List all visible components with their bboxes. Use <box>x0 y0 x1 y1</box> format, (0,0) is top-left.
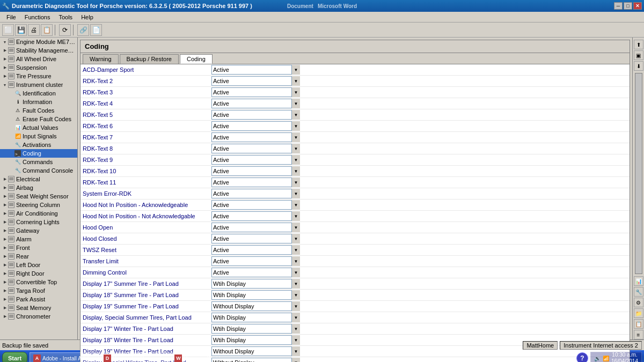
taskbar-task-1[interactable]: DDurametric Diagnost... <box>100 352 170 362</box>
menu-file[interactable]: File <box>2 13 20 21</box>
tab-1[interactable]: Backup / Restore <box>120 54 179 64</box>
coding-select-17[interactable]: ActiveInactiveNot Present <box>211 256 300 266</box>
coding-select-2[interactable]: ActiveInactiveNot Present <box>211 87 300 97</box>
sidebar-item-21[interactable]: ▶Cornering Lights <box>0 218 77 226</box>
window-controls[interactable]: ─ □ ✕ <box>614 2 642 10</box>
coding-select-12[interactable]: ActiveInactiveNot Present <box>211 200 300 210</box>
right-scrollbar[interactable] <box>635 73 642 274</box>
menu-functions[interactable]: Functions <box>20 13 55 21</box>
sidebar-item-23[interactable]: ▶Alarm <box>0 235 77 243</box>
start-button[interactable]: Start <box>2 352 27 362</box>
right-btn-1[interactable]: ⬆ <box>634 40 643 49</box>
toolbar-btn-1[interactable]: ⬜ <box>2 24 14 36</box>
toolbar-btn-2[interactable]: 💾 <box>15 24 27 36</box>
tab-2[interactable]: Coding <box>180 54 213 64</box>
coding-select-22[interactable]: Wtih DisplayWithout Display <box>211 313 300 322</box>
coding-select-9[interactable]: ActiveInactiveNot Present <box>211 166 300 176</box>
toolbar-btn-4[interactable]: 📋 <box>41 24 53 36</box>
help-button[interactable]: ? <box>576 352 588 362</box>
right-btn-7[interactable]: 📁 <box>634 308 643 318</box>
sidebar-item-11[interactable]: 📶Input Signals <box>0 132 77 141</box>
sidebar-item-7[interactable]: ℹInformation <box>0 98 77 106</box>
coding-row-label-12: Hood Not In Position - Acknowledgeable <box>83 202 211 208</box>
tab-0[interactable]: Warning <box>83 54 119 64</box>
toolbar-btn-6[interactable]: 🔗 <box>77 24 89 36</box>
right-btn-4[interactable]: 📊 <box>634 276 643 286</box>
coding-select-25[interactable]: Wtih DisplayWithout Display <box>211 346 300 356</box>
sidebar-item-0[interactable]: ▼Engine Module ME7 8.1 <box>0 38 77 46</box>
right-btn-6[interactable]: ⚙ <box>634 298 643 307</box>
coding-select-7[interactable]: ActiveInactiveNot Present <box>211 144 300 153</box>
coding-select-4[interactable]: ActiveInactiveNot Present <box>211 110 300 120</box>
coding-select-16[interactable]: ActiveInactiveNot Present <box>211 245 300 255</box>
coding-select-18[interactable]: ActiveInactiveNot Present <box>211 268 300 277</box>
coding-select-3[interactable]: ActiveInactiveNot Present <box>211 99 300 108</box>
sidebar-item-22[interactable]: ▶Gateway <box>0 226 77 235</box>
svg-rect-7 <box>9 49 13 49</box>
right-btn-8[interactable]: 📋 <box>634 319 643 329</box>
sidebar-item-31[interactable]: ▶Seat Memory <box>0 304 77 312</box>
minimize-button[interactable]: ─ <box>614 2 623 10</box>
coding-select-23[interactable]: Wtih DisplayWithout Display <box>211 324 300 334</box>
sidebar-item-12[interactable]: 🔧Activations <box>0 141 77 149</box>
sidebar-item-17[interactable]: ▶Airbag <box>0 183 77 192</box>
coding-select-0[interactable]: ActiveInactiveNot Present <box>211 65 300 75</box>
right-btn-3[interactable]: ⬇ <box>634 61 643 71</box>
tabs[interactable]: WarningBackup / RestoreCoding <box>80 53 630 64</box>
coding-select-19[interactable]: Wtih DisplayWithout Display <box>211 279 300 289</box>
sidebar-item-14[interactable]: 🔧Commands <box>0 158 77 166</box>
sidebar-item-3[interactable]: ▶Suspension <box>0 63 77 72</box>
coding-select-13[interactable]: ActiveInactiveNot Present <box>211 211 300 221</box>
sidebar-item-29[interactable]: ▶Targa Roof <box>0 286 77 295</box>
sidebar-item-16[interactable]: ▶Electrical <box>0 175 77 183</box>
coding-select-21[interactable]: Wtih DisplayWithout Display <box>211 301 300 311</box>
sidebar-item-19[interactable]: ▶Steering Column <box>0 201 77 209</box>
right-btn-2[interactable]: ▣ <box>634 50 643 60</box>
sidebar-item-25[interactable]: ▶Rear <box>0 252 77 261</box>
toolbar-btn-7[interactable]: 📄 <box>90 24 102 36</box>
sidebar-item-27[interactable]: ▶Right Door <box>0 269 77 278</box>
close-button[interactable]: ✕ <box>633 2 642 10</box>
maximize-button[interactable]: □ <box>624 2 632 10</box>
toolbar-btn-5[interactable]: ⟳ <box>59 24 71 36</box>
sidebar-item-26[interactable]: ▶Left Door <box>0 261 77 269</box>
coding-select-20[interactable]: Wtih DisplayWithout Display <box>211 290 300 300</box>
coding-select-26[interactable]: Wtih DisplayWithout Display <box>211 358 300 362</box>
sidebar-item-5[interactable]: ▼Instrument cluster <box>0 80 77 89</box>
menu-tools[interactable]: Tools <box>54 13 77 21</box>
sidebar-item-1[interactable]: ▶Stability Management (F <box>0 46 77 55</box>
sidebar-item-13[interactable]: >_Coding <box>0 149 77 158</box>
coding-select-11[interactable]: ActiveInactiveNot Present <box>211 189 300 198</box>
sidebar-item-2[interactable]: ▶All Wheel Drive <box>0 55 77 63</box>
coding-select-24[interactable]: Wtih DisplayWithout Display <box>211 335 300 345</box>
sidebar-item-20[interactable]: ▶Air Conditioning <box>0 209 77 218</box>
coding-select-8[interactable]: ActiveInactiveNot Present <box>211 155 300 165</box>
coding-select-1[interactable]: ActiveInactiveNot Present <box>211 76 300 86</box>
sidebar-item-18[interactable]: ▶Seat Weight Sensor <box>0 192 77 201</box>
sidebar-item-10[interactable]: 📊Actual Values <box>0 123 77 132</box>
sidebar-item-28[interactable]: ▶Convertible Top <box>0 278 77 286</box>
taskbar-task-0[interactable]: AAdobe - Install Adob... <box>30 352 99 362</box>
coding-select-14[interactable]: ActiveInactiveNot Present <box>211 223 300 232</box>
toolbar-btn-3[interactable]: 🖨 <box>28 24 40 36</box>
sidebar-item-15[interactable]: 🔧Command Console <box>0 166 77 175</box>
sidebar-item-8[interactable]: ⚠Fault Codes <box>0 106 77 115</box>
sidebar[interactable]: ▼Engine Module ME7 8.1▶Stability Managem… <box>0 38 78 339</box>
coding-row-8: RDK-Text 9ActiveInactiveNot Present▼ <box>80 154 630 166</box>
sidebar-item-4[interactable]: ▶Tire Pressure <box>0 72 77 80</box>
menu-help[interactable]: Help <box>77 13 98 21</box>
sidebar-item-30[interactable]: ▶Park Assist <box>0 295 77 304</box>
coding-content[interactable]: ACD-Damper SportActiveInactiveNot Presen… <box>80 64 630 362</box>
right-btn-5[interactable]: 🔧 <box>634 287 643 297</box>
sidebar-item-32[interactable]: ▶Chronometer <box>0 312 77 321</box>
coding-select-6[interactable]: ActiveInactiveNot Present <box>211 132 300 142</box>
coding-select-5[interactable]: ActiveInactiveNot Present <box>211 121 300 131</box>
coding-select-15[interactable]: ActiveInactiveNot Present <box>211 234 300 243</box>
sidebar-item-6[interactable]: 🔍Identification <box>0 89 77 98</box>
sidebar-item-24[interactable]: ▶Front <box>0 243 77 252</box>
coding-select-10[interactable]: ActiveInactiveNot Present <box>211 178 300 187</box>
sidebar-item-9[interactable]: ⚠Erase Fault Codes <box>0 115 77 123</box>
tree-node-icon: 🔧 <box>14 167 21 174</box>
right-btn-9[interactable]: ≡ <box>634 330 643 339</box>
svg-rect-46 <box>9 197 13 197</box>
